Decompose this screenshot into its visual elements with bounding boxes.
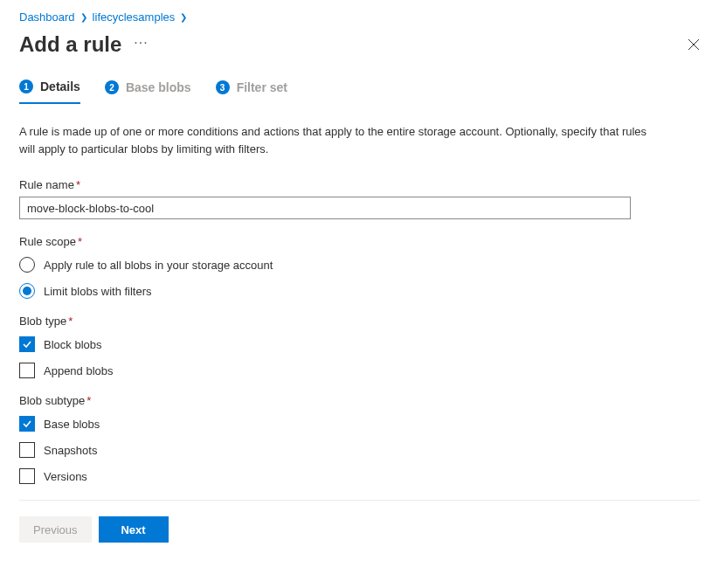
breadcrumb-item-lifecyclesamples[interactable]: lifecyclesamples (93, 10, 176, 24)
required-indicator: * (86, 394, 91, 407)
checkbox-label: Versions (44, 470, 87, 483)
checkbox-icon (19, 468, 35, 484)
scope-option-all[interactable]: Apply rule to all blobs in your storage … (19, 257, 700, 273)
tab-number-badge: 1 (19, 80, 33, 93)
chevron-right-icon: ❯ (180, 12, 187, 22)
checkbox-label: Base blobs (44, 418, 100, 431)
page-title: Add a rule (19, 32, 121, 57)
checkbox-icon (19, 363, 35, 378)
tab-description: A rule is made up of one or more conditi… (19, 123, 648, 157)
rule-scope-label: Rule scope* (19, 235, 700, 248)
radio-icon (19, 257, 35, 273)
required-indicator: * (76, 178, 80, 191)
tab-base-blobs[interactable]: 2 Base blobs (105, 80, 191, 104)
breadcrumb-item-dashboard[interactable]: Dashboard (19, 10, 75, 24)
checkbox-icon (19, 416, 35, 432)
blob-type-append[interactable]: Append blobs (19, 363, 700, 378)
blob-subtype-group: Blob subtype* Base blobs Snapshots Versi… (19, 394, 700, 484)
blob-subtype-versions[interactable]: Versions (19, 468, 700, 484)
blob-type-block[interactable]: Block blobs (19, 336, 700, 352)
rule-name-input[interactable] (19, 197, 631, 219)
tab-number-badge: 2 (105, 80, 119, 94)
title-row: Add a rule ··· (19, 32, 700, 57)
footer-buttons: Previous Next (19, 516, 700, 543)
radio-icon (19, 283, 35, 299)
blob-type-label: Blob type* (19, 315, 700, 328)
wizard-tabs: 1 Details 2 Base blobs 3 Filter set (19, 80, 700, 104)
checkbox-label: Snapshots (44, 444, 97, 457)
chevron-right-icon: ❯ (80, 12, 87, 22)
radio-label: Apply rule to all blobs in your storage … (44, 259, 273, 272)
blob-type-group: Blob type* Block blobs Append blobs (19, 315, 700, 378)
checkbox-label: Block blobs (44, 338, 101, 351)
breadcrumb: Dashboard ❯ lifecyclesamples ❯ (19, 10, 700, 24)
scope-option-filter[interactable]: Limit blobs with filters (19, 283, 700, 299)
tab-label: Details (40, 80, 80, 93)
next-button[interactable]: Next (99, 516, 169, 543)
blob-subtype-label: Blob subtype* (19, 394, 700, 407)
previous-button[interactable]: Previous (19, 516, 92, 543)
checkbox-icon (19, 442, 35, 458)
radio-label: Limit blobs with filters (44, 285, 152, 298)
tab-label: Filter set (237, 80, 287, 94)
tab-filter-set[interactable]: 3 Filter set (216, 80, 287, 104)
rule-name-label: Rule name* (19, 178, 700, 191)
required-indicator: * (68, 315, 73, 328)
blob-subtype-snapshots[interactable]: Snapshots (19, 442, 700, 458)
blob-subtype-base[interactable]: Base blobs (19, 416, 700, 432)
tab-details[interactable]: 1 Details (19, 80, 80, 104)
tab-number-badge: 3 (216, 80, 230, 94)
rule-scope-group: Rule scope* Apply rule to all blobs in y… (19, 235, 700, 299)
checkbox-icon (19, 336, 35, 352)
footer-divider (19, 500, 700, 501)
more-actions-icon[interactable]: ··· (134, 35, 148, 54)
checkbox-label: Append blobs (44, 364, 114, 377)
close-icon (688, 38, 700, 51)
tab-label: Base blobs (126, 80, 191, 94)
close-button[interactable] (688, 38, 700, 51)
required-indicator: * (78, 235, 82, 248)
